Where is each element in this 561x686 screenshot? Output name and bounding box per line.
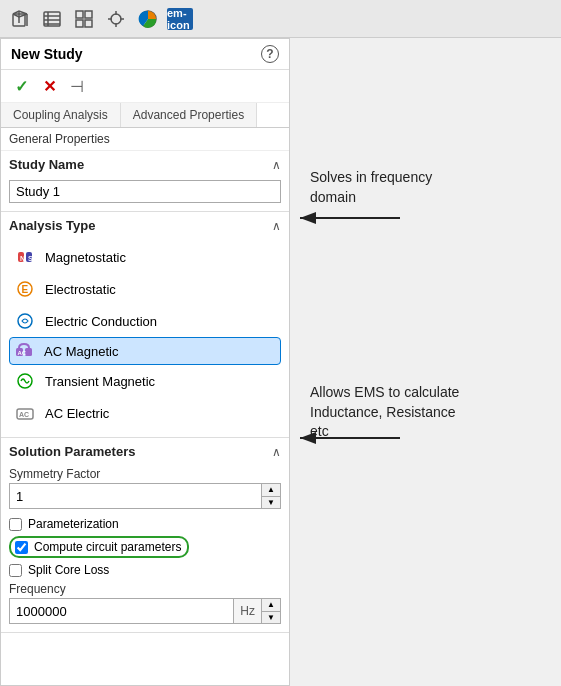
study-name-header[interactable]: Study Name ∧	[1, 151, 289, 176]
compute-circuit-row: Compute circuit parameters	[9, 536, 281, 558]
solution-params-chevron: ∧	[272, 445, 281, 459]
solution-params-content: Symmetry Factor ▲ ▼ Parameterization	[1, 463, 289, 632]
panel-title: New Study	[11, 46, 83, 62]
symmetry-factor-up-btn[interactable]: ▲	[262, 484, 280, 496]
analysis-type-content: N S Magnetostatic E	[1, 237, 289, 437]
symmetry-factor-down-btn[interactable]: ▼	[262, 496, 280, 508]
split-core-label: Split Core Loss	[28, 563, 109, 577]
parameterization-row: Parameterization	[9, 517, 281, 531]
electric-conduction-label: Electric Conduction	[45, 314, 157, 329]
analysis-type-header[interactable]: Analysis Type ∧	[1, 212, 289, 237]
electrostatic-label: Electrostatic	[45, 282, 116, 297]
analysis-type-chevron: ∧	[272, 219, 281, 233]
svg-text:S: S	[28, 255, 33, 262]
svg-point-22	[18, 314, 32, 328]
electrostatic-icon: E	[13, 277, 37, 301]
annotation-area: Solves in frequency domain Allows EMS to…	[290, 38, 561, 686]
compute-circuit-checkbox[interactable]	[15, 541, 28, 554]
ac-electric-label: AC Electric	[45, 406, 109, 421]
crosshair-icon[interactable]	[102, 5, 130, 33]
analysis-item-electrostatic[interactable]: E Electrostatic	[9, 273, 281, 305]
frequency-unit: Hz	[233, 599, 261, 623]
frequency-up-btn[interactable]: ▲	[262, 599, 280, 611]
panel-wrapper: New Study ? ✓ ✕ ⊣ Coupling Analysis Adva…	[0, 38, 561, 686]
study-name-title: Study Name	[9, 157, 84, 172]
svg-text:N: N	[20, 255, 25, 262]
electric-conduction-icon	[13, 309, 37, 333]
analysis-type-section: Analysis Type ∧ N S	[1, 212, 289, 438]
split-core-checkbox[interactable]	[9, 564, 22, 577]
ac-magnetic-icon: AC	[12, 339, 36, 363]
study-name-section: Study Name ∧	[1, 151, 289, 212]
frequency-down-btn[interactable]: ▼	[262, 611, 280, 623]
svg-rect-9	[85, 20, 92, 27]
ac-electric-icon: AC	[13, 401, 37, 425]
symmetry-factor-input-wrapper: ▲ ▼	[9, 483, 281, 509]
compute-circuit-highlight: Compute circuit parameters	[9, 536, 189, 558]
analysis-type-title: Analysis Type	[9, 218, 95, 233]
symmetry-factor-spinners: ▲ ▼	[261, 484, 280, 508]
split-core-row: Split Core Loss	[9, 563, 281, 577]
annotation-inductance-text: Allows EMS to calculate Inductance, Resi…	[310, 383, 470, 442]
frequency-label: Frequency	[9, 582, 281, 596]
solution-params-header[interactable]: Solution Parameters ∧	[1, 438, 289, 463]
analysis-item-magnetostatic[interactable]: N S Magnetostatic	[9, 241, 281, 273]
compute-circuit-label: Compute circuit parameters	[34, 540, 181, 554]
solution-params-title: Solution Parameters	[9, 444, 135, 459]
transient-magnetic-icon	[13, 369, 37, 393]
symmetry-factor-label: Symmetry Factor	[9, 467, 281, 481]
svg-rect-7	[85, 11, 92, 18]
em-label: em-icon	[167, 7, 193, 31]
magnetostatic-icon: N S	[13, 245, 37, 269]
general-props-label: General Properties	[1, 128, 289, 151]
cancel-icon[interactable]: ✕	[37, 74, 61, 98]
analysis-item-electric-conduction[interactable]: Electric Conduction	[9, 305, 281, 337]
svg-point-10	[111, 14, 121, 24]
action-row: ✓ ✕ ⊣	[1, 70, 289, 103]
chart-icon[interactable]	[134, 5, 162, 33]
help-icon[interactable]: ?	[261, 45, 279, 63]
pin-icon[interactable]: ⊣	[65, 74, 89, 98]
svg-rect-8	[76, 20, 83, 27]
ac-magnetic-label: AC Magnetic	[44, 344, 118, 359]
confirm-icon[interactable]: ✓	[9, 74, 33, 98]
frequency-input-wrapper: Hz ▲ ▼	[9, 598, 281, 624]
analysis-item-ac-electric[interactable]: AC AC Electric	[9, 397, 281, 429]
svg-rect-6	[76, 11, 83, 18]
grid-icon[interactable]	[70, 5, 98, 33]
parameterization-label: Parameterization	[28, 517, 119, 531]
cube-icon[interactable]	[6, 5, 34, 33]
analysis-item-ac-magnetic[interactable]: AC AC Magnetic	[9, 337, 281, 365]
frequency-spinners: ▲ ▼	[261, 599, 280, 623]
list-icon[interactable]	[38, 5, 66, 33]
study-name-input[interactable]	[9, 180, 281, 203]
transient-magnetic-label: Transient Magnetic	[45, 374, 155, 389]
symmetry-factor-input[interactable]	[10, 484, 261, 508]
analysis-item-transient-magnetic[interactable]: Transient Magnetic	[9, 365, 281, 397]
annotation-frequency-domain-text: Solves in frequency domain	[310, 168, 470, 207]
panel-title-bar: New Study ?	[1, 39, 289, 70]
em-icon[interactable]: em-icon	[166, 5, 194, 33]
parameterization-checkbox[interactable]	[9, 518, 22, 531]
study-panel: New Study ? ✓ ✕ ⊣ Coupling Analysis Adva…	[0, 38, 290, 686]
toolbar: em-icon	[0, 0, 561, 38]
solution-params-section: Solution Parameters ∧ Symmetry Factor ▲ …	[1, 438, 289, 633]
magnetostatic-label: Magnetostatic	[45, 250, 126, 265]
tab-coupling-analysis[interactable]: Coupling Analysis	[1, 103, 121, 127]
study-name-content	[1, 176, 289, 211]
frequency-input[interactable]	[10, 599, 233, 623]
tabs: Coupling Analysis Advanced Properties	[1, 103, 289, 128]
tab-advanced-properties[interactable]: Advanced Properties	[121, 103, 257, 127]
svg-text:E: E	[22, 284, 29, 295]
study-name-chevron: ∧	[272, 158, 281, 172]
svg-text:AC: AC	[18, 350, 27, 356]
svg-text:AC: AC	[19, 411, 29, 418]
main-container: em-icon New Study ? ✓ ✕ ⊣ Coupling Analy…	[0, 0, 561, 686]
